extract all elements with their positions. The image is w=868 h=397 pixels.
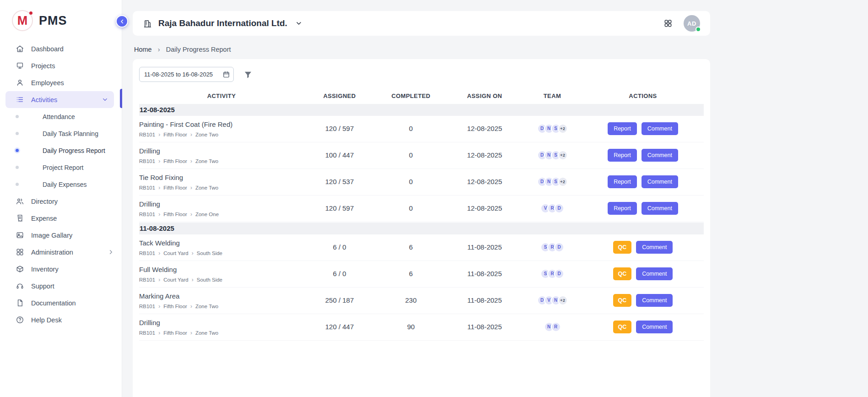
team-extra-badge: +2 [558,295,568,305]
company-selector[interactable]: Raja Bahadur International Ltd. [143,18,302,28]
sidebar-item-image-gallary[interactable]: Image Gallary [0,227,122,244]
sidebar-item-label: Expense [31,215,57,222]
activity-title: Tie Rod Fixing [139,173,304,181]
sidebar-item-dashboard[interactable]: Dashboard [0,40,122,57]
sidebar-subitem-daily-progress-report[interactable]: Daily Progress Report [0,142,122,159]
sidebar-item-label: Activities [31,96,57,103]
activity-title: Marking Area [139,291,304,300]
assigned-value: 100 / 447 [304,146,375,164]
content-card: ACTIVITY ASSIGNED COMPLETED ASSIGN ON TE… [133,59,710,397]
location-segment: South Side [197,250,222,256]
comment-button[interactable]: Comment [636,294,673,307]
sidebar-item-expense[interactable]: Expense [0,210,122,227]
receipt-icon [16,214,24,223]
qc-button[interactable]: QC [613,321,632,333]
activity-cell: Drilling RB101› Fifth Floor› Zone Two [139,318,304,336]
location-segment: RB101 [139,277,155,283]
building-icon [143,19,152,28]
home-icon [16,44,24,53]
activity-location: RB101› Fifth Floor› Zone Two [139,158,304,164]
team-extra-badge: +2 [558,124,568,134]
assign-on-value: 12-08-2025 [447,173,523,190]
assign-on-value: 12-08-2025 [447,120,523,137]
chevron-right-icon: › [158,185,160,190]
activity-title: Tack Welding [139,238,304,247]
report-button[interactable]: Report [608,175,637,188]
activity-cell: Drilling RB101› Fifth Floor› Zone One [139,199,304,217]
completed-value: 0 [375,199,447,217]
subitem-label: Project Report [43,164,83,171]
bullet-icon [16,183,19,186]
filter-funnel-icon[interactable] [243,70,253,79]
report-button[interactable]: Report [608,122,637,135]
filter-bar [139,67,704,82]
report-button[interactable]: Report [608,149,637,162]
sidebar-item-label: Administration [31,249,73,256]
comment-button[interactable]: Comment [642,149,678,162]
location-segment: South Side [197,277,222,283]
comment-button[interactable]: Comment [636,321,673,333]
assigned-value: 120 / 597 [304,199,375,217]
team-avatars: D N S +2 [523,173,582,190]
sidebar-item-activities[interactable]: Activities [5,91,114,108]
breadcrumb-home[interactable]: Home [134,46,152,53]
sidebar-item-inventory[interactable]: Inventory [0,261,122,277]
assigned-value: 6 / 0 [304,238,375,256]
sidebar-collapse-button[interactable] [116,15,128,27]
sidebar-item-help-desk[interactable]: Help Desk [0,311,122,328]
sidebar-item-directory[interactable]: Directory [0,193,122,210]
chevron-right-icon: › [190,185,192,190]
comment-button[interactable]: Comment [642,175,678,188]
sidebar-item-projects[interactable]: Projects [0,57,122,74]
activity-cell: Tack Welding RB101› Court Yard› South Si… [139,238,304,256]
location-segment: RB101 [139,330,155,336]
breadcrumb: Home › Daily Progress Report [134,45,868,53]
sidebar-item-label: Inventory [31,266,59,273]
chevron-right-icon: › [190,330,192,336]
sidebar-subitem-attendance[interactable]: Attendance [0,108,122,125]
date-range-input[interactable] [139,67,234,82]
sidebar-item-administration[interactable]: Administration [0,244,122,261]
chevron-right-icon: › [158,277,160,283]
location-segment: RB101 [139,132,155,137]
sidebar-item-documentation[interactable]: Documentation [0,294,122,311]
chevron-right-icon: › [190,132,192,137]
user-menu[interactable]: AD [684,15,700,32]
apps-grid-icon[interactable] [663,19,673,28]
location-segment: Zone Two [195,158,218,164]
completed-value: 230 [375,291,447,309]
chevron-right-icon: › [158,304,160,309]
bullet-icon [16,132,19,135]
sidebar-item-support[interactable]: Support [0,277,122,294]
completed-value: 6 [375,238,447,256]
topbar-right: AD [663,15,700,32]
chevron-right-icon: › [190,304,192,309]
sidebar-subitem-daily-expenses[interactable]: Daily Expenses [0,176,122,193]
comment-button[interactable]: Comment [636,241,673,254]
comment-button[interactable]: Comment [642,202,678,215]
qc-button[interactable]: QC [613,267,632,280]
sidebar-item-employees[interactable]: Employees [0,74,122,91]
table-row: Drilling RB101› Fifth Floor› Zone Two 12… [139,314,704,341]
chevron-down-icon [295,20,302,27]
bullet-icon [16,166,19,169]
comment-button[interactable]: Comment [636,267,673,280]
bullet-icon [16,149,19,152]
row-actions: QC Comment [582,291,704,309]
report-button[interactable]: Report [608,202,637,215]
row-actions: Report Comment [582,120,704,137]
sidebar-subitem-project-report[interactable]: Project Report [0,159,122,176]
sidebar-subitem-daily-task-planning[interactable]: Daily Task Planning [0,125,122,142]
sidebar-item-label: Image Gallary [31,232,72,239]
table-row: Tack Welding RB101› Court Yard› South Si… [139,234,704,261]
comment-button[interactable]: Comment [642,122,678,135]
column-team: TEAM [523,92,582,99]
projects-icon [16,61,24,70]
team-avatars: D N S +2 [523,146,582,164]
qc-button[interactable]: QC [613,294,632,307]
activity-location: RB101› Fifth Floor› Zone Two [139,132,304,137]
location-segment: RB101 [139,158,155,164]
qc-button[interactable]: QC [613,241,632,254]
location-segment: RB101 [139,304,155,309]
row-actions: QC Comment [582,238,704,256]
